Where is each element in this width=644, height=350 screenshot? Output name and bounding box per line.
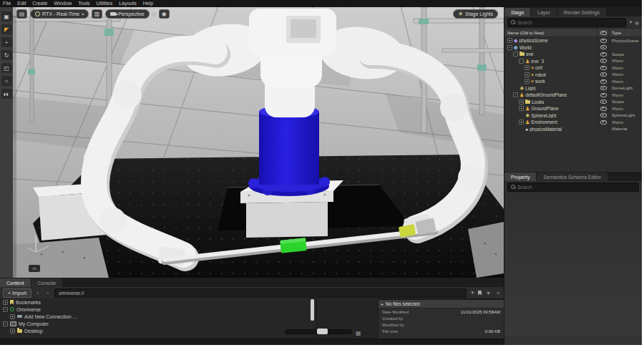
stage-row-cell[interactable]: +×cellXform	[504, 64, 642, 72]
eye-icon[interactable]	[600, 79, 607, 84]
expand-toggle[interactable]: −	[3, 321, 8, 326]
slider-handle[interactable]	[317, 329, 328, 334]
toolbar-expand-chevron[interactable]: »	[152, 11, 156, 18]
menu-help[interactable]: Help	[143, 0, 153, 7]
filter-icon[interactable]: ▼	[484, 291, 492, 296]
forward-icon[interactable]: ›	[44, 289, 52, 297]
expand-toggle[interactable]: −	[519, 59, 524, 64]
stage-row-world[interactable]: −⊕World	[504, 44, 642, 52]
tab-stage[interactable]: Stage	[504, 8, 530, 16]
expand-toggle[interactable]: +	[507, 38, 512, 43]
menu-create[interactable]: Create	[32, 0, 47, 7]
renderer-selector[interactable]: RTX - Real-Time ▾	[30, 9, 89, 19]
select-cursor-icon[interactable]: ◤	[1, 24, 12, 34]
expand-toggle[interactable]: +	[519, 99, 524, 104]
expand-toggle[interactable]: +	[10, 314, 15, 319]
content-row-omniverse[interactable]: −Omniverse	[0, 306, 316, 313]
tab-property[interactable]: Property	[504, 172, 536, 181]
render-settings-icon[interactable]: ▥	[92, 9, 102, 19]
menu-file[interactable]: File	[3, 0, 11, 7]
visibility-cell[interactable]	[597, 126, 609, 133]
property-search-box[interactable]	[507, 183, 639, 192]
stage-search-input[interactable]	[517, 20, 623, 25]
visibility-cell[interactable]	[597, 92, 609, 99]
eye-icon[interactable]	[600, 113, 607, 117]
stage-options-icon[interactable]: ▤	[635, 20, 639, 25]
stage-row-looks[interactable]: +LooksScope	[504, 99, 642, 106]
address-bar[interactable]: omniverse://	[54, 288, 467, 298]
eye-icon[interactable]	[600, 72, 607, 77]
column-type[interactable]: Type	[609, 29, 642, 37]
stage-row-eve[interactable]: −eveScope	[504, 51, 642, 58]
visibility-cell[interactable]	[597, 105, 609, 112]
eye-icon[interactable]	[600, 59, 607, 63]
stage-row-work[interactable]: +×workXform	[504, 78, 642, 85]
collapse-caret-icon[interactable]: ▸	[381, 301, 384, 306]
menu-window[interactable]: Window	[54, 0, 72, 7]
expand-toggle[interactable]: +	[525, 79, 530, 84]
tab-layer[interactable]: Layer	[531, 8, 557, 16]
viewport-3d[interactable]: ▤ RTX - Real-Time ▾ ▥ Perspective » ◉ ☀ …	[13, 7, 504, 278]
visibility-cell[interactable]	[597, 85, 609, 92]
menu-edit[interactable]: Edit	[17, 0, 26, 7]
stage-row-groundplane[interactable]: +♟GroundPlaneXform	[504, 105, 642, 112]
visibility-cell[interactable]	[597, 78, 609, 85]
column-name[interactable]: Name (Old to New)	[504, 31, 597, 35]
menu-utilities[interactable]: Utilities	[97, 0, 113, 7]
content-row-my-computer[interactable]: −My Computer	[0, 320, 316, 327]
stage-lights-button[interactable]: ☀ Stage Lights	[453, 9, 498, 19]
eye-icon[interactable]	[600, 45, 607, 49]
grid-view-icon[interactable]: ▦	[356, 330, 361, 336]
content-row-add-new-connection-[interactable]: +Add New Connection ...	[0, 313, 316, 320]
expand-toggle[interactable]: −	[513, 92, 518, 97]
eye-icon[interactable]	[600, 107, 607, 111]
blue-cylinder[interactable]	[248, 105, 330, 196]
visibility-cell[interactable]	[597, 99, 609, 106]
expand-toggle[interactable]: −	[513, 52, 518, 57]
stage-row-environment[interactable]: +♟EnvironmentXform	[504, 119, 642, 126]
expand-toggle[interactable]: −	[3, 307, 8, 312]
pause-tool-icon[interactable]: ▮▮	[1, 89, 12, 99]
menu-layouts[interactable]: Layouts	[119, 0, 137, 7]
bookmark-icon[interactable]	[478, 291, 482, 296]
selection-mode-icon[interactable]: ▣	[1, 11, 12, 21]
expand-toggle[interactable]: +	[519, 120, 524, 125]
stage-search-box[interactable]	[507, 18, 626, 27]
back-icon[interactable]: ‹	[34, 289, 42, 297]
stage-filter-icon[interactable]: ▼	[628, 20, 633, 24]
content-row-bookmarks[interactable]: +Bookmarks	[0, 298, 316, 306]
tab-content[interactable]: Content	[0, 278, 31, 287]
list-view-icon[interactable]: ≡	[495, 291, 501, 296]
menu-tools[interactable]: Tools	[78, 0, 89, 7]
eye-icon[interactable]	[600, 120, 607, 125]
capture-icon[interactable]: ◉	[159, 9, 170, 19]
expand-toggle[interactable]: +	[10, 329, 15, 334]
stage-row-physicsmaterial[interactable]: +●physicsMaterialMaterial	[504, 126, 642, 133]
expand-toggle[interactable]: +	[519, 106, 524, 111]
stage-row-robot[interactable]: +×robotXform	[504, 72, 642, 79]
expand-toggle[interactable]: +	[525, 72, 530, 77]
expand-toggle[interactable]: +	[525, 65, 530, 70]
eye-icon[interactable]	[600, 99, 607, 104]
import-button[interactable]: + Import	[3, 288, 31, 298]
eye-icon[interactable]	[600, 66, 607, 70]
tab-render-settings[interactable]: Render Settings	[557, 8, 606, 16]
expand-toggle[interactable]: −	[507, 45, 512, 50]
stage-row-physicsscene[interactable]: +◆physicsScenePhysicsScene	[504, 37, 642, 44]
visibility-cell[interactable]	[597, 51, 609, 58]
stage-row-spherelight[interactable]: +☀SphereLightSphereLight	[504, 112, 642, 120]
stage-row-defaultgroundplane[interactable]: −♟defaultGroundPlaneXform	[504, 92, 642, 99]
expand-toggle[interactable]: +	[3, 300, 8, 305]
camera-selector[interactable]: Perspective	[105, 9, 150, 19]
rotate-tool-icon[interactable]: ↻	[1, 50, 12, 60]
visibility-cell[interactable]	[597, 44, 609, 52]
chevron-down-icon[interactable]: ▾	[469, 290, 475, 296]
move-tool-icon[interactable]: +	[1, 37, 12, 47]
visibility-cell[interactable]	[597, 119, 609, 126]
visibility-cell[interactable]	[597, 112, 609, 120]
visibility-cell[interactable]	[597, 58, 609, 65]
tab-console[interactable]: Console	[31, 278, 63, 287]
scale-tool-icon[interactable]: ◰	[1, 63, 12, 73]
tree-scrollbar[interactable]	[311, 299, 314, 321]
eye-icon[interactable]	[600, 93, 607, 97]
